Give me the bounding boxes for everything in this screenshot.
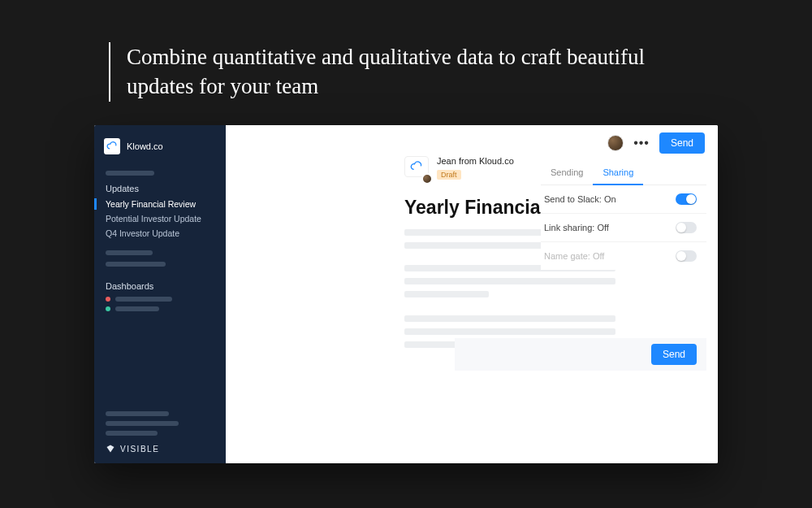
- tab-sending[interactable]: Sending: [541, 161, 593, 185]
- sidebar-item-yearly-review[interactable]: Yearly Financial Review: [94, 197, 226, 211]
- skeleton-line: [115, 297, 172, 302]
- status-badge: Draft: [437, 170, 461, 180]
- skeleton-line: [115, 306, 159, 311]
- status-dot-icon: [106, 297, 110, 302]
- sidebar-item-potential-investor[interactable]: Potential Investor Update: [94, 211, 226, 226]
- sidebar-section-dashboards: Dashboards: [94, 276, 226, 294]
- skeleton-line: [106, 262, 166, 267]
- share-row-label: Name gate: Off: [544, 251, 604, 261]
- author-avatar: [421, 173, 433, 185]
- skeleton-line: [404, 315, 615, 322]
- toggle-name-gate[interactable]: [676, 250, 697, 262]
- hero-headline: Combine quantitative and qualitative dat…: [109, 42, 693, 102]
- send-button[interactable]: Send: [659, 132, 705, 154]
- cloud-icon: [104, 138, 120, 154]
- skeleton-line: [106, 250, 153, 255]
- skeleton-line: [404, 291, 489, 297]
- skeleton-line: [106, 411, 169, 416]
- sidebar-footer: VISIBLE: [94, 398, 226, 463]
- status-dot-icon: [106, 306, 110, 311]
- dashboard-item[interactable]: [94, 304, 226, 314]
- share-row-label: Send to Slack: On: [544, 194, 616, 204]
- document-author: Jean from Kloud.co: [437, 156, 514, 166]
- brand-row[interactable]: Klowd.co: [94, 135, 226, 167]
- avatar[interactable]: [607, 135, 624, 151]
- skeleton-line: [106, 431, 158, 436]
- skeleton-line: [404, 278, 615, 284]
- skeleton-line: [106, 421, 179, 426]
- panel-send-button[interactable]: Send: [651, 344, 697, 365]
- app-window: Klowd.co Updates Yearly Financial Review…: [94, 125, 718, 463]
- dashboard-item[interactable]: [94, 294, 226, 304]
- toggle-link-sharing[interactable]: [676, 222, 697, 233]
- share-panel: Sending Sharing Send to Slack: On Link s…: [541, 161, 706, 270]
- skeleton-line: [404, 242, 544, 249]
- share-row-slack: Send to Slack: On: [541, 185, 706, 214]
- document-header: Jean from Kloud.co Draft: [404, 156, 514, 180]
- brand-name: Klowd.co: [127, 141, 163, 151]
- visible-logo-icon: [106, 444, 115, 454]
- tab-sharing[interactable]: Sharing: [593, 161, 643, 185]
- document-source-icon: [404, 156, 429, 177]
- share-row-name-gate: Name gate: Off: [541, 242, 706, 270]
- sidebar-section-updates: Updates: [94, 179, 226, 197]
- skeleton-line: [404, 328, 615, 335]
- toggle-slack[interactable]: [676, 193, 697, 205]
- visible-brand-label: VISIBLE: [120, 445, 159, 454]
- sidebar: Klowd.co Updates Yearly Financial Review…: [94, 125, 226, 463]
- share-row-link: Link sharing: Off: [541, 214, 706, 242]
- main-area: ••• Send Jean from Kloud.co Draft Yearly…: [226, 125, 718, 463]
- visible-brand[interactable]: VISIBLE: [106, 444, 214, 454]
- share-tabs: Sending Sharing: [541, 161, 706, 185]
- more-menu-icon[interactable]: •••: [633, 137, 650, 150]
- share-row-label: Link sharing: Off: [544, 223, 609, 232]
- skeleton-line: [106, 171, 154, 176]
- sidebar-item-q4-investor[interactable]: Q4 Investor Update: [94, 226, 226, 241]
- share-panel-footer: Send: [455, 338, 706, 371]
